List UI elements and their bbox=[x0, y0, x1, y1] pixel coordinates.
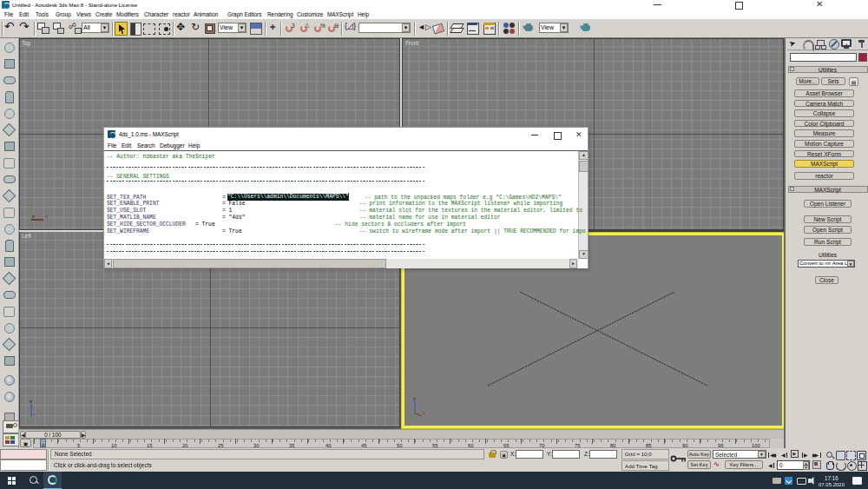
svg-text:x: x bbox=[423, 410, 425, 415]
svg-text:z: z bbox=[32, 214, 35, 219]
svg-text:z: z bbox=[30, 399, 32, 404]
svg-text:z: z bbox=[413, 395, 416, 400]
svg-text:x: x bbox=[33, 412, 36, 417]
svg-text:y: y bbox=[30, 202, 32, 207]
svg-text:x: x bbox=[45, 214, 48, 219]
